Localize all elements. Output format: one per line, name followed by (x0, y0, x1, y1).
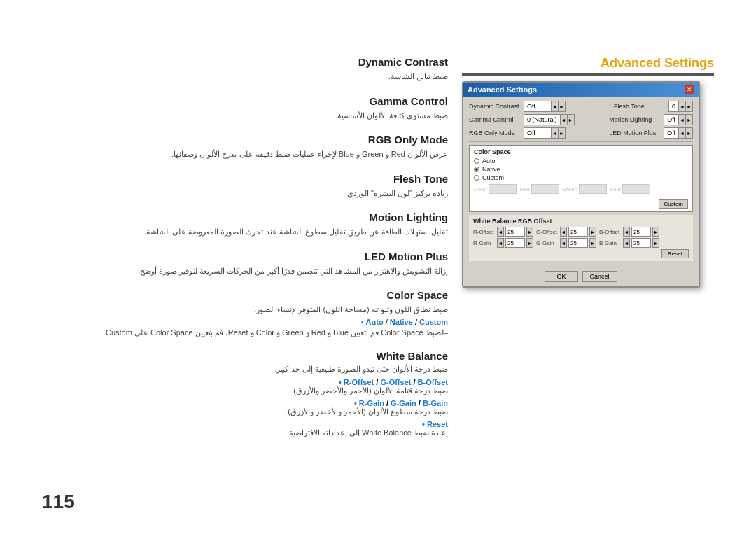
top-divider (42, 48, 714, 48)
radio-custom-circle[interactable] (474, 175, 479, 181)
r-offset-increment[interactable]: ► (526, 227, 533, 237)
r-gain-label: R-Gain (359, 399, 384, 407)
g-gain-value: 25 (570, 240, 577, 246)
section-dynamic-contrast: Dynamic Contrast ضبط تباين الشاشة. (42, 56, 448, 83)
rgb-only-mode-title: RGB Only Mode (42, 134, 448, 146)
r-gain-increment[interactable]: ► (526, 238, 533, 248)
g-offset-decrement[interactable]: ◄ (560, 227, 567, 237)
g-gain-increment[interactable]: ► (589, 238, 596, 248)
g-offset-box: 25 (568, 227, 588, 237)
dynamic-contrast-control[interactable]: Off ◄ ► (524, 101, 566, 112)
g-offset-label: G-Offset (380, 378, 411, 386)
r-gain-ctrl-group: R-Gain ◄ 25 ► (473, 238, 533, 248)
rgb-only-mode-increment[interactable]: ► (558, 128, 565, 138)
wb-item-offset: • R-Offset / G-Offset / B-Offset ضبط درج… (42, 378, 448, 395)
led-motion-plus-increment[interactable]: ► (685, 128, 692, 138)
dialog-body: Dynamic Contrast Off ◄ ► Flesh Tone 0 ◄ … (463, 97, 699, 268)
b-gain-ctrl-group: B-Gain ◄ 25 ► (599, 238, 659, 248)
blue-ctrl: Blue (610, 184, 650, 194)
dynamic-contrast-title: Dynamic Contrast (42, 56, 448, 68)
r-offset-ctrl-group: R-Offset ◄ 25 ► (473, 227, 533, 237)
flesh-tone-control[interactable]: 0 ◄ ► (668, 101, 693, 112)
dynamic-contrast-dialog-label: Dynamic Contrast (469, 103, 522, 110)
radio-auto-circle[interactable] (474, 158, 479, 164)
reset-bullet: • (422, 420, 425, 428)
b-gain-label: B-Gain (423, 399, 448, 407)
b-gain-decrement[interactable]: ◄ (623, 238, 630, 248)
b-gain-box: 25 (631, 238, 651, 248)
gamma-control-increment[interactable]: ► (567, 115, 574, 125)
motion-lighting-value: Off (664, 116, 678, 123)
led-motion-plus-title: LED Motion Plus (42, 251, 448, 262)
dynamic-contrast-decrement[interactable]: ◄ (551, 101, 558, 111)
radio-custom-label: Custom (482, 174, 504, 181)
r-gain-decrement[interactable]: ◄ (497, 238, 504, 248)
r-gain-box: 25 (505, 238, 525, 248)
wb-reset-button[interactable]: Reset (662, 249, 689, 258)
dialog-ok-button[interactable]: OK (545, 271, 578, 282)
led-motion-plus-decrement[interactable]: ◄ (678, 128, 685, 138)
gain-desc: ضبط درجة سطوع الألوان (الأحمر والأخضر وا… (42, 407, 448, 416)
custom-button[interactable]: Custom (659, 199, 688, 209)
wb-section-box: White Balance RGB Offset R-Offset ◄ 25 ►… (469, 215, 693, 261)
dynamic-contrast-increment[interactable]: ► (558, 101, 565, 111)
wb-gain-row: R-Gain ◄ 25 ► G-Gain ◄ 25 ► (473, 238, 689, 248)
color-box (489, 184, 517, 194)
flesh-tone-decrement[interactable]: ◄ (678, 101, 685, 111)
b-gain-value: 25 (634, 240, 640, 246)
left-content-area: Dynamic Contrast ضبط تباين الشاشة. Gamma… (42, 56, 448, 447)
r-gain-ctrl-label: R-Gain (473, 240, 496, 246)
radio-auto[interactable]: Auto (474, 157, 688, 164)
radio-custom[interactable]: Custom (474, 174, 688, 181)
section-motion-lighting: Motion Lighting تقليل استهلاك الطاقة عن … (42, 211, 448, 238)
motion-lighting-dialog-label: Motion Lighting (609, 116, 662, 123)
gamma-control-dialog-label: Gamma Control (469, 116, 522, 123)
r-offset-value: 25 (507, 229, 514, 235)
gamma-control-control[interactable]: 0 (Natural) ◄ ► (524, 114, 575, 125)
b-offset-ctrl-group: B-Offset ◄ 25 ► (599, 227, 659, 237)
dialog-cancel-button[interactable]: Cancel (582, 271, 617, 282)
gamma-control-value: 0 (Natural) (524, 116, 560, 123)
offset-bullet: • (339, 378, 342, 386)
gamma-control-decrement[interactable]: ◄ (560, 115, 567, 125)
motion-lighting-increment[interactable]: ► (685, 115, 692, 125)
b-offset-decrement[interactable]: ◄ (623, 227, 630, 237)
dialog-color-space-title: Color Space (474, 148, 688, 155)
b-gain-increment[interactable]: ► (652, 238, 659, 248)
wb-gain-label: • R-Gain / G-Gain / B-Gain (42, 399, 448, 407)
radio-native-label: Native (482, 166, 500, 173)
dialog-close-button[interactable]: ✕ (685, 85, 694, 94)
motion-lighting-decrement[interactable]: ◄ (678, 115, 685, 125)
gamma-control-title: Gamma Control (42, 95, 448, 107)
rgb-only-mode-control[interactable]: Off ◄ ► (524, 127, 566, 139)
rgb-only-mode-value: Off (524, 129, 551, 136)
r-offset-ctrl-label: R-Offset (473, 229, 496, 235)
r-offset-decrement[interactable]: ◄ (497, 227, 504, 237)
dialog-title-text: Advanced Settings (468, 85, 537, 94)
red-box (531, 184, 559, 194)
green-ctrl: Green (562, 184, 607, 194)
dialog-separator-1 (469, 141, 693, 142)
b-gain-ctrl-label: B-Gain (599, 240, 622, 246)
color-space-title: Color Space (42, 289, 448, 301)
color-space-modes: • Auto / Native / Custom (42, 318, 448, 326)
g-offset-increment[interactable]: ► (589, 227, 596, 237)
radio-native-circle[interactable] (474, 167, 479, 172)
rgb-only-mode-decrement[interactable]: ◄ (551, 128, 558, 138)
b-offset-increment[interactable]: ► (652, 227, 659, 237)
g-gain-decrement[interactable]: ◄ (560, 238, 567, 248)
wb-offset-label: • R-Offset / G-Offset / B-Offset (42, 378, 448, 386)
red-ctrl: Red (519, 184, 559, 194)
radio-native[interactable]: Native (474, 166, 688, 173)
led-motion-plus-control[interactable]: Off ◄ ► (664, 127, 693, 139)
dialog-titlebar: Advanced Settings ✕ (463, 83, 699, 97)
motion-lighting-control[interactable]: Off ◄ ► (664, 114, 693, 125)
wb-item-reset: • Reset إعادة ضبط White Balance إلى إعدا… (42, 420, 448, 437)
advanced-settings-dialog: Advanced Settings ✕ Dynamic Contrast Off… (462, 81, 700, 288)
flesh-tone-increment[interactable]: ► (685, 101, 692, 111)
red-label: Red (519, 186, 530, 192)
gamma-control-desc: ضبط مستوى كثافة الألوان الأساسية. (42, 110, 448, 122)
mode-custom-label: Custom (419, 318, 448, 326)
color-ctrl: Color (474, 184, 517, 194)
mode-native-label: Native (390, 318, 413, 326)
